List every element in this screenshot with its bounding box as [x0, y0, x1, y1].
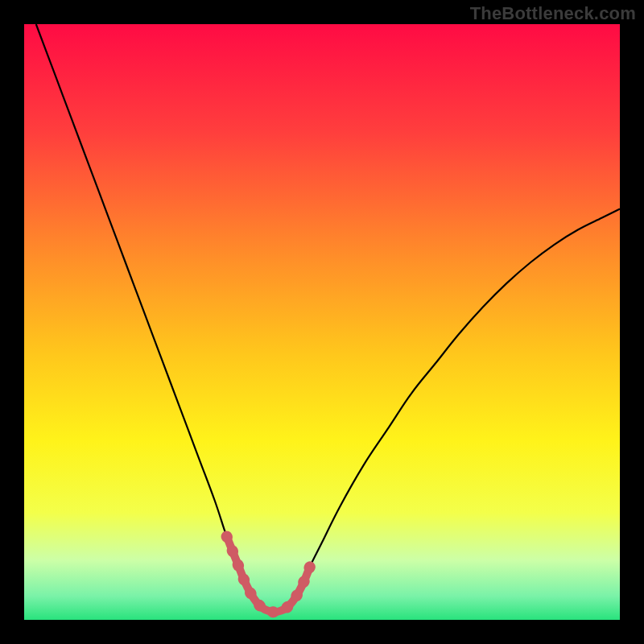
chart-frame: TheBottleneck.com — [0, 0, 644, 644]
gradient-background — [24, 24, 620, 620]
plot-area — [24, 24, 620, 620]
bottleneck-chart-svg — [24, 24, 620, 620]
watermark-text: TheBottleneck.com — [470, 3, 636, 24]
